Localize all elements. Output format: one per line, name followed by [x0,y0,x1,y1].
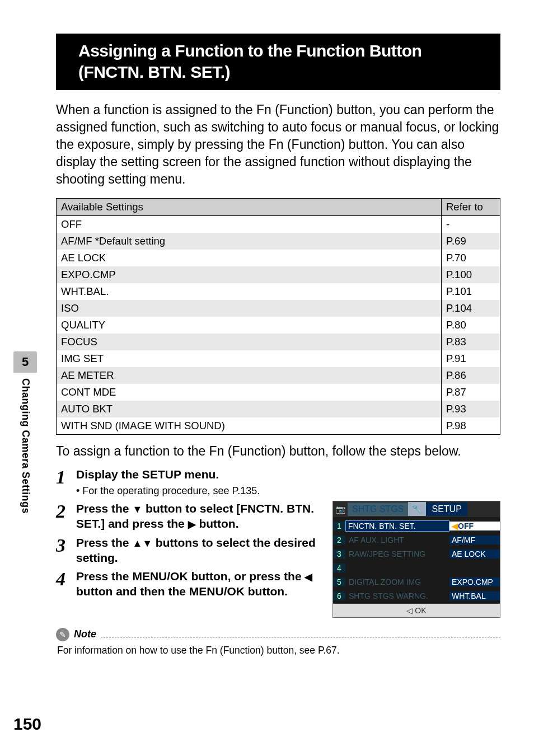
row-index: 6 [333,591,345,600]
setting-cell: ISO [57,300,442,317]
ref-cell: P.98 [442,417,500,435]
chapter-number: 5 [13,351,37,373]
row-value: AE LOCK [449,550,500,558]
ref-cell: - [442,216,500,233]
menu-footer: ◁ OK [333,603,500,617]
step-2: 2 Press the ▼ button to select [FNCTN. B… [56,501,322,532]
step-1: 1 Display the SETUP menu. For the operat… [56,467,500,497]
setting-cell: EXPO.CMP [57,266,442,283]
cursor-icon: ◀ [452,522,458,530]
row-value: WHT.BAL [449,591,500,600]
setting-cell: AE LOCK [57,250,442,266]
setting-cell: WITH SND (IMAGE WITH SOUND) [57,417,442,435]
step-3: 3 Press the ▲▼ buttons to select the des… [56,535,322,566]
menu-tabs: 📷 SHTG STGS 🔧 SETUP [333,501,500,517]
ref-cell: P.104 [442,300,500,317]
step-4: 4 Press the MENU/OK button, or press the… [56,569,322,599]
ref-cell: P.86 [442,367,500,384]
left-triangle-icon: ◀ [305,571,312,583]
ref-cell: P.101 [442,283,500,300]
chapter-label: Changing Camera Settings [20,373,31,519]
menu-row-selected: 1 FNCTN. BTN. SET. ◀OFF [333,519,500,533]
row-value: AF/MF [449,536,500,544]
title-accent-bar [56,34,73,90]
note-header: ✎ Note [56,628,500,641]
tab-setup: SETUP [426,503,467,516]
row-index: 4 [333,564,345,572]
instruction-paragraph: To assign a function to the Fn (Function… [56,443,500,460]
step-number: 1 [56,467,76,487]
row-label: AF AUX. LIGHT [345,536,449,544]
camera-menu-screenshot: 📷 SHTG STGS 🔧 SETUP 1 FNCTN. BTN. SET. ◀… [332,501,500,618]
table-row: ISOP.104 [57,300,500,317]
row-value: EXPO.CMP [449,577,500,586]
setting-cell: IMG SET [57,350,442,367]
table-row: AE METERP.86 [57,367,500,384]
menu-row: 5 DIGITAL ZOOM IMG EXPO.CMP [333,575,500,589]
section-title-block: Assigning a Function to the Function But… [56,34,500,90]
table-row: IMG SETP.91 [57,350,500,367]
row-index: 2 [333,536,345,544]
step-number: 2 [56,501,76,521]
menu-row: 2 AF AUX. LIGHT AF/MF [333,533,500,547]
row-index: 1 [333,522,345,530]
menu-row: 4 [333,561,500,575]
row-label: DIGITAL ZOOM IMG [345,577,449,586]
down-triangle-icon: ▼ [132,504,142,515]
note-label: Note [74,628,96,640]
page-number: 150 [13,715,41,734]
step-text: Display the SETUP menu. [76,467,500,482]
note-dash-line [101,632,500,637]
table-row: OFF- [57,216,500,233]
note-icon: ✎ [56,628,69,641]
step-text: Press the ▲▼ buttons to select the desir… [76,535,322,566]
note-text: For information on how to use the Fn (Fu… [57,645,500,656]
right-triangle-icon: ▶ [188,519,196,530]
table-row: WITH SND (IMAGE WITH SOUND)P.98 [57,417,500,435]
camera-icon: 📷 [333,505,348,514]
table-header-refer: Refer to [442,199,500,216]
section-title: Assigning a Function to the Function But… [73,34,500,90]
row-label: RAW/JPEG SETTING [345,550,449,558]
wrench-icon: 🔧 [408,502,426,516]
ref-cell: P.100 [442,266,500,283]
setting-cell: OFF [57,216,442,233]
ref-cell: P.93 [442,401,500,417]
step-subtext: For the operating procedure, see P.135. [76,485,500,497]
table-header-settings: Available Settings [57,199,442,216]
setting-cell: AUTO BKT [57,401,442,417]
ref-cell: P.80 [442,317,500,334]
table-row: AUTO BKTP.93 [57,401,500,417]
ref-cell: P.83 [442,334,500,350]
up-down-triangle-icon: ▲▼ [132,537,152,548]
setting-cell: CONT MDE [57,384,442,401]
row-index: 3 [333,550,345,558]
row-index: 5 [333,577,345,586]
intro-paragraph: When a function is assigned to the Fn (F… [56,101,500,188]
ref-cell: P.87 [442,384,500,401]
menu-list: 1 FNCTN. BTN. SET. ◀OFF 2 AF AUX. LIGHT … [333,517,500,603]
step-text: Press the MENU/OK button, or press the ◀… [76,569,322,599]
chapter-side-tab: 5 Changing Camera Settings [13,351,37,519]
table-row: QUALITYP.80 [57,317,500,334]
table-row: WHT.BAL.P.101 [57,283,500,300]
steps-list: 1 Display the SETUP menu. For the operat… [56,467,500,618]
table-row: CONT MDEP.87 [57,384,500,401]
table-row: AE LOCKP.70 [57,250,500,266]
table-row: FOCUSP.83 [57,334,500,350]
setting-cell: AE METER [57,367,442,384]
setting-cell: AF/MF *Default setting [57,233,442,250]
row-value: ◀OFF [449,522,500,530]
setting-cell: QUALITY [57,317,442,334]
available-settings-table: Available Settings Refer to OFF- AF/MF *… [56,198,500,435]
table-row: AF/MF *Default settingP.69 [57,233,500,250]
ref-cell: P.91 [442,350,500,367]
menu-row: 6 SHTG STGS WARNG. WHT.BAL [333,589,500,603]
table-row: EXPO.CMPP.100 [57,266,500,283]
ref-cell: P.70 [442,250,500,266]
step-text: Press the ▼ button to select [FNCTN. BTN… [76,501,322,532]
setting-cell: WHT.BAL. [57,283,442,300]
step-number: 3 [56,535,76,555]
row-label: SHTG STGS WARNG. [345,591,449,600]
step-number: 4 [56,569,76,589]
